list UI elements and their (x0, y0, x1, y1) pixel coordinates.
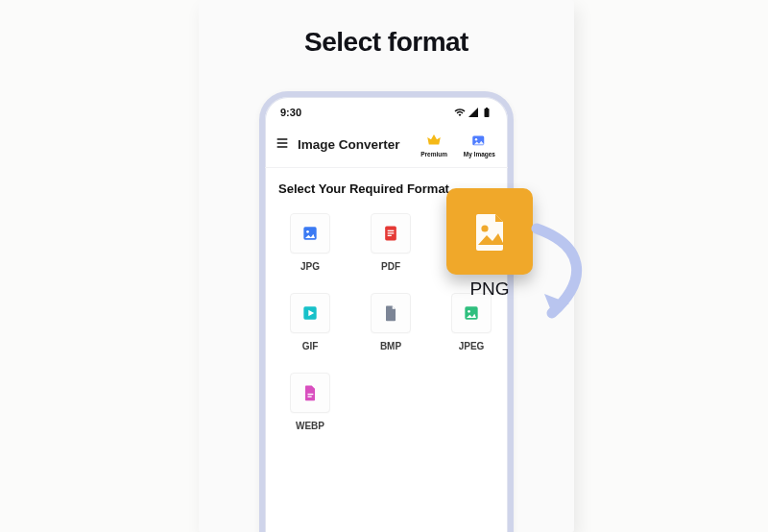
my-images-button[interactable]: My Images (461, 132, 498, 157)
format-tile-gif[interactable]: GIF (282, 293, 338, 351)
format-label: WEBP (296, 421, 324, 431)
svg-rect-6 (388, 232, 395, 233)
app-title: Image Converter (298, 137, 400, 152)
play-icon (300, 303, 320, 323)
svg-point-3 (306, 230, 309, 233)
battery-icon (481, 107, 492, 118)
image-icon (467, 208, 513, 254)
images-icon (470, 132, 488, 149)
signal-icon (468, 107, 479, 118)
promo-card: Select format 9:30 Image Converter P (199, 0, 574, 532)
menu-button[interactable] (275, 135, 290, 155)
file-icon (300, 383, 320, 402)
arrow-icon (525, 221, 602, 326)
my-images-label: My Images (464, 151, 495, 157)
wifi-icon (454, 107, 466, 118)
svg-point-13 (481, 225, 488, 231)
format-tile-png[interactable] (446, 188, 533, 275)
image-icon (462, 303, 481, 323)
format-tile-bmp[interactable]: BMP (363, 293, 419, 351)
format-label: PDF (381, 261, 400, 272)
image-icon (300, 224, 320, 243)
svg-point-1 (475, 138, 477, 140)
statusbar-icons (454, 107, 492, 118)
appbar: Image Converter Premium My Images (265, 124, 508, 168)
statusbar-time: 9:30 (280, 107, 301, 118)
format-tile-jpeg[interactable]: JPEG (444, 293, 499, 351)
svg-point-10 (468, 310, 470, 313)
page-title: Select format (199, 27, 574, 58)
file-icon (381, 303, 400, 323)
svg-rect-5 (388, 230, 395, 231)
format-label: BMP (380, 341, 401, 351)
format-label: JPEG (459, 341, 485, 351)
svg-rect-11 (308, 394, 314, 395)
crown-icon (425, 132, 443, 149)
document-icon (381, 224, 400, 243)
format-tile-pdf[interactable]: PDF (363, 213, 419, 272)
format-tile-jpg[interactable]: JPG (282, 213, 338, 272)
premium-button[interactable]: Premium (416, 132, 453, 157)
svg-rect-12 (308, 396, 312, 397)
format-tile-webp[interactable]: WEBP (282, 373, 338, 431)
format-label: JPG (300, 261, 320, 272)
hamburger-icon (275, 135, 290, 151)
svg-rect-7 (388, 235, 392, 236)
phone-mock: 9:30 Image Converter Premium (259, 91, 514, 532)
callout-label: PNG (446, 278, 533, 300)
statusbar: 9:30 (265, 97, 508, 124)
premium-label: Premium (420, 151, 447, 157)
format-label: GIF (302, 341, 319, 351)
